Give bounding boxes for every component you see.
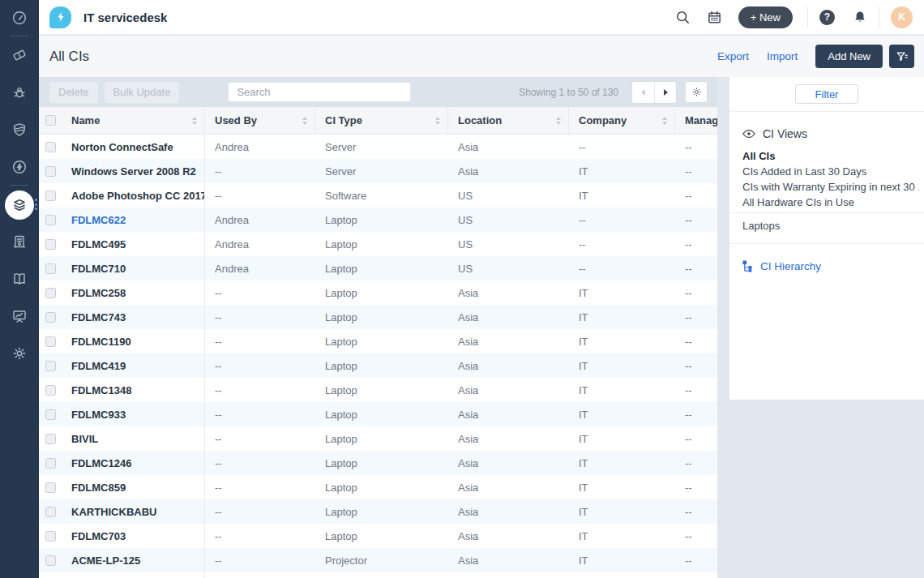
ci-name[interactable]: FDLMC743 bbox=[62, 305, 205, 329]
ci-name[interactable]: FDLMC1348 bbox=[62, 378, 205, 402]
column-header-used-by[interactable]: Used By bbox=[205, 107, 315, 134]
row-checkbox[interactable] bbox=[45, 142, 56, 152]
row-checkbox[interactable] bbox=[45, 434, 56, 444]
ci-name-link[interactable]: FDLMC622 bbox=[62, 208, 205, 232]
column-header-ci-type[interactable]: CI Type bbox=[315, 107, 448, 134]
row-checkbox[interactable] bbox=[45, 555, 56, 566]
table-row[interactable]: KARTHICKBABU--LaptopAsiaIT-- bbox=[39, 499, 717, 524]
ci-name[interactable]: FDLMC495 bbox=[62, 232, 205, 256]
new-button[interactable]: + New bbox=[738, 6, 793, 28]
bulk-update-button[interactable]: Bulk Update bbox=[105, 82, 180, 103]
sidebar-item-analytics[interactable] bbox=[0, 302, 39, 330]
import-link[interactable]: Import bbox=[767, 50, 798, 62]
column-header-name[interactable]: Name bbox=[62, 107, 205, 134]
sidebar-item-assets-active[interactable] bbox=[5, 191, 34, 220]
column-header-location[interactable]: Location bbox=[448, 107, 569, 134]
sidebar-item-tickets[interactable] bbox=[0, 41, 39, 69]
table-settings-button[interactable] bbox=[685, 81, 708, 103]
table-row[interactable]: FDLMC258--LaptopAsiaIT-- bbox=[39, 280, 717, 305]
sidebar-item-releases[interactable] bbox=[0, 153, 39, 181]
select-all-checkbox[interactable] bbox=[45, 115, 56, 126]
table-row[interactable]: FDLMC743--LaptopAsiaIT-- bbox=[39, 305, 717, 329]
sidebar-item-changes[interactable] bbox=[0, 116, 39, 143]
ci-name[interactable]: Norton ConnectSafe bbox=[62, 135, 205, 159]
view-item-laptops[interactable]: Laptops bbox=[742, 220, 780, 232]
ci-name[interactable]: FDLMC859 bbox=[62, 475, 205, 499]
row-checkbox[interactable] bbox=[45, 191, 56, 201]
ci-name[interactable]: FDLMC710 bbox=[62, 256, 205, 280]
table-row[interactable]: FDLMC1246--LaptopAsiaIT-- bbox=[39, 451, 717, 475]
row-checkbox[interactable] bbox=[45, 263, 56, 274]
view-item-added-last-30[interactable]: CIs Added in Last 30 Days bbox=[742, 164, 919, 179]
calendar-icon[interactable] bbox=[707, 10, 722, 25]
table-row[interactable]: FDLMC1348--LaptopAsiaIT-- bbox=[39, 378, 717, 402]
table-row[interactable]: Norton ConnectSafeAndreaServerAsia---- bbox=[39, 135, 717, 159]
row-checkbox[interactable] bbox=[45, 361, 56, 371]
row-checkbox[interactable] bbox=[45, 215, 56, 225]
delete-button[interactable]: Delete bbox=[49, 82, 98, 103]
search-input[interactable] bbox=[228, 82, 411, 102]
user-avatar[interactable]: K bbox=[891, 6, 913, 28]
row-checkbox[interactable] bbox=[45, 239, 56, 250]
ci-name[interactable]: KARTHICKBABU bbox=[62, 499, 205, 524]
sort-icon[interactable] bbox=[192, 117, 204, 125]
row-checkbox[interactable] bbox=[45, 458, 56, 469]
ci-name[interactable]: Windows Server 2008 R2 bbox=[62, 159, 205, 183]
row-checkbox[interactable] bbox=[45, 336, 56, 347]
ci-name[interactable]: FDLMC933 bbox=[62, 402, 205, 426]
column-header-company[interactable]: Company bbox=[569, 107, 675, 134]
table-row[interactable]: FDLMC495AndreaLaptopUS---- bbox=[39, 232, 717, 256]
next-page-button[interactable] bbox=[654, 82, 676, 103]
filter-button[interactable]: Filter bbox=[795, 84, 858, 104]
ci-name[interactable]: Adobe Photoshop CC 2017 bbox=[62, 183, 205, 208]
column-header-manag[interactable]: Manag bbox=[675, 107, 717, 134]
table-row[interactable]: FDLMC933--LaptopAsiaIT-- bbox=[39, 402, 717, 426]
table-row[interactable]: FDLMC1190--LaptopAsiaIT-- bbox=[39, 329, 717, 353]
ci-name[interactable]: BIVIL bbox=[62, 426, 205, 451]
notification-bell-icon[interactable] bbox=[853, 10, 867, 24]
row-checkbox[interactable] bbox=[45, 385, 56, 396]
table-row[interactable]: FDLMC703--LaptopAsiaIT-- bbox=[39, 524, 717, 548]
ci-name[interactable]: FDLMC1190 bbox=[62, 329, 205, 353]
sort-icon[interactable] bbox=[556, 117, 568, 125]
ci-name[interactable]: ACME-LP-125 bbox=[62, 548, 205, 572]
row-checkbox[interactable] bbox=[45, 482, 56, 493]
table-row[interactable]: FDLMC710AndreaLaptopUS---- bbox=[39, 256, 717, 280]
table-row[interactable]: FDLMC419--LaptopAsiaIT-- bbox=[39, 353, 717, 378]
view-item-hardware-in-use[interactable]: All Hardware CIs in Use bbox=[742, 195, 919, 210]
sort-icon[interactable] bbox=[662, 117, 674, 125]
prev-page-button[interactable] bbox=[632, 82, 654, 103]
ci-hierarchy-link[interactable]: CI Hierarchy bbox=[742, 260, 821, 272]
table-row[interactable]: Windows Server 2008 R2--ServerAsiaIT-- bbox=[39, 159, 717, 183]
ci-name[interactable]: FDLMC258 bbox=[62, 280, 205, 305]
export-link[interactable]: Export bbox=[717, 50, 749, 62]
table-row[interactable]: FDLMC622AndreaLaptopUS---- bbox=[39, 208, 717, 232]
row-checkbox[interactable] bbox=[45, 166, 56, 177]
sidebar-item-dashboard[interactable] bbox=[0, 4, 39, 32]
help-icon[interactable]: ? bbox=[819, 10, 835, 25]
view-item-warranty-expiring[interactable]: CIs with Warranty Expiring in next 30 ..… bbox=[742, 179, 919, 195]
sidebar-item-contracts[interactable] bbox=[0, 228, 39, 255]
row-checkbox[interactable] bbox=[45, 507, 56, 517]
row-checkbox[interactable] bbox=[45, 531, 56, 542]
ci-name[interactable]: FDLMC703 bbox=[62, 524, 205, 548]
sort-icon[interactable] bbox=[435, 117, 447, 125]
ci-name[interactable]: FDLMC419 bbox=[62, 353, 205, 378]
sidebar-item-solutions[interactable] bbox=[0, 265, 39, 293]
table-row[interactable]: Adobe Photoshop CC 2017--SoftwareUSIT-- bbox=[39, 183, 717, 208]
sidebar-item-problems[interactable] bbox=[0, 79, 39, 106]
table-row[interactable]: FDLMC859--LaptopAsiaIT-- bbox=[39, 475, 717, 499]
sort-icon[interactable] bbox=[302, 117, 314, 125]
view-item-all-cis[interactable]: All CIs bbox=[742, 148, 919, 164]
ci-name[interactable]: FDLMC712-SRUTHI bbox=[62, 572, 205, 578]
add-new-button[interactable]: Add New bbox=[815, 45, 883, 68]
table-row[interactable]: FDLMC712-SRUTHI--LaptopAsiaIT-- bbox=[39, 572, 717, 578]
row-checkbox[interactable] bbox=[45, 312, 56, 323]
column-filter-button[interactable] bbox=[889, 45, 914, 68]
row-checkbox[interactable] bbox=[45, 409, 56, 420]
ci-name[interactable]: FDLMC1246 bbox=[62, 451, 205, 475]
sidebar-item-settings[interactable] bbox=[0, 340, 39, 367]
search-icon[interactable] bbox=[675, 10, 691, 25]
row-checkbox[interactable] bbox=[45, 288, 56, 298]
table-row[interactable]: ACME-LP-125--ProjectorAsiaIT-- bbox=[39, 548, 717, 572]
